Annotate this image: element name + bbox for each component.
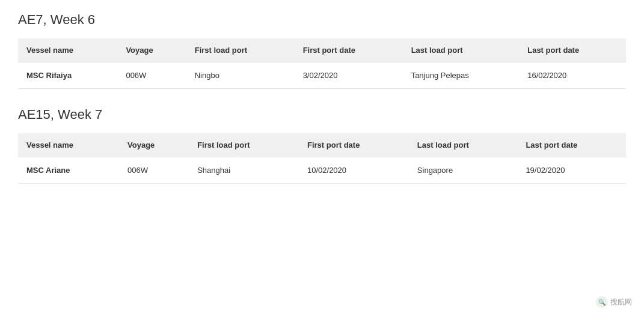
- column-header-2: First load port: [186, 38, 295, 62]
- voyage-cell: 006W: [117, 62, 186, 89]
- column-header-3: First port date: [299, 133, 409, 157]
- last-port-date-cell: 19/02/2020: [517, 157, 626, 184]
- column-header-3: First port date: [295, 38, 403, 62]
- voyage-cell: 006W: [119, 157, 189, 184]
- column-header-0: Vessel name: [18, 38, 117, 62]
- watermark-text: 搜航网: [610, 297, 632, 307]
- table-ae7-week6: Vessel nameVoyageFirst load portFirst po…: [18, 38, 626, 89]
- table-header-row: Vessel nameVoyageFirst load portFirst po…: [18, 133, 626, 157]
- last-port-date-cell: 16/02/2020: [519, 62, 626, 89]
- column-header-1: Voyage: [117, 38, 186, 62]
- section-ae15-week7: AE15, Week 7Vessel nameVoyageFirst load …: [18, 107, 626, 184]
- first-load-port-cell: Shanghai: [189, 157, 299, 184]
- section-title-0: AE7, Week 6: [18, 12, 626, 28]
- first-port-date-cell: 3/02/2020: [295, 62, 403, 89]
- section-ae7-week6: AE7, Week 6Vessel nameVoyageFirst load p…: [18, 12, 626, 89]
- vessel-name-cell: MSC Ariane: [18, 157, 119, 184]
- first-load-port-cell: Ningbo: [186, 62, 295, 89]
- first-port-date-cell: 10/02/2020: [299, 157, 409, 184]
- column-header-5: Last port date: [517, 133, 626, 157]
- watermark-icon: 🔍: [596, 296, 608, 308]
- column-header-2: First load port: [189, 133, 299, 157]
- table-header-row: Vessel nameVoyageFirst load portFirst po…: [18, 38, 626, 62]
- table-row: MSC Ariane006WShanghai10/02/2020Singapor…: [18, 157, 626, 184]
- column-header-0: Vessel name: [18, 133, 119, 157]
- column-header-5: Last port date: [519, 38, 626, 62]
- column-header-4: Last load port: [403, 38, 520, 62]
- section-title-1: AE15, Week 7: [18, 107, 626, 122]
- last-load-port-cell: Tanjung Pelepas: [403, 62, 520, 89]
- table-ae15-week7: Vessel nameVoyageFirst load portFirst po…: [18, 133, 626, 184]
- column-header-1: Voyage: [119, 133, 189, 157]
- vessel-name-cell: MSC Rifaiya: [18, 62, 117, 89]
- column-header-4: Last load port: [409, 133, 518, 157]
- watermark: 🔍 搜航网: [596, 296, 632, 308]
- last-load-port-cell: Singapore: [409, 157, 518, 184]
- table-row: MSC Rifaiya006WNingbo3/02/2020Tanjung Pe…: [18, 62, 626, 89]
